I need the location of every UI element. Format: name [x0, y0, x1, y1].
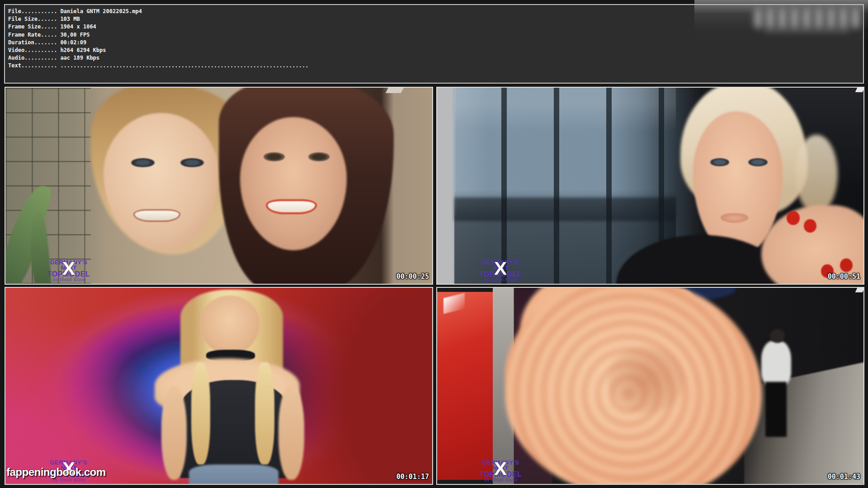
meta-label: Frame Rate.....: [8, 32, 57, 38]
meta-row-duration: Duration.......00:02:09: [8, 39, 863, 47]
channel-logo-fragment: [398, 288, 412, 293]
video-thumbnail-2: GERMANY'S NEXT TOPMODEL by Heidi Klum X …: [436, 87, 864, 285]
smile: [133, 209, 180, 222]
eye: [748, 158, 767, 166]
hair-strand: [191, 362, 210, 465]
meta-label: Audio..........: [8, 55, 57, 61]
meta-row-frame-size: Frame Size.....1904 x 1064: [8, 23, 863, 31]
file-info-panel: File...........Daniela GNTM 20022025.mp4…: [4, 4, 864, 84]
video-thumbnail-3: GERMANY'S NEXT TOPMODEL by Heidi Klum X …: [5, 287, 433, 485]
eye: [264, 152, 285, 161]
meta-row-text: Text....................................…: [8, 62, 863, 70]
gntm-logo-crossed: GERMANY'S NEXT TOPMODEL by Heidi Klum X: [472, 259, 528, 282]
meta-value: 00:02:09: [57, 39, 86, 46]
channel-logo-fragment: [386, 88, 404, 93]
meta-label: File Size......: [8, 16, 57, 22]
gntm-logo-crossed: GERMANY'S NEXT TOPMODEL by Heidi Klum X: [41, 259, 97, 282]
meta-value: h264 6294 Kbps: [57, 47, 106, 53]
eye: [710, 158, 729, 166]
meta-row-frame-rate: Frame Rate.....30,00 FPS: [8, 31, 863, 39]
x-cross-mark: X: [494, 260, 507, 278]
red-nail: [787, 211, 799, 225]
crew-person-head: [770, 329, 785, 343]
meta-value: 1904 x 1064: [57, 23, 96, 30]
arm-skin: [161, 386, 187, 480]
meta-label: Video..........: [8, 47, 57, 53]
meta-value: aac 189 Kbps: [57, 55, 99, 61]
x-cross-mark: X: [62, 260, 75, 278]
x-cross-mark: X: [494, 460, 507, 478]
timestamp: 00:01:43: [828, 473, 860, 481]
ponytail-wisp: [795, 135, 838, 213]
red-wall-panel: [437, 292, 493, 480]
arm-skin: [278, 386, 304, 480]
crew-person-legs: [765, 382, 787, 437]
meta-value: Daniela GNTM 20022025.mp4: [57, 8, 142, 14]
video-thumbnail-1: GERMANY'S NEXT TOPMODEL by Heidi Klum X …: [5, 87, 433, 285]
gntm-logo-crossed: GERMANY'S NEXT TOPMODEL by Heidi Klum X: [472, 460, 528, 482]
meta-label: Text...........: [8, 62, 57, 69]
model-face: [200, 296, 259, 354]
hair-strand: [255, 362, 274, 465]
meta-value: 103 MB: [57, 16, 80, 22]
video-thumbnail-4: GERMANY'S NEXT TOPMODEL by Heidi Klum X …: [436, 287, 864, 485]
meta-row-video: Video..........h264 6294 Kbps: [8, 47, 863, 54]
file-info-rows: File...........Daniela GNTM 20022025.mp4…: [5, 5, 863, 70]
timestamp: 00:00:25: [396, 272, 429, 281]
red-lips-smile: [266, 199, 317, 214]
timestamp: 00:01:17: [396, 473, 429, 481]
ruffle-shadow-fold: [608, 347, 684, 413]
site-watermark: fappeningbook.com: [6, 466, 106, 479]
timestamp: 00:00:51: [828, 272, 860, 281]
eye: [180, 158, 204, 167]
meta-value: ........................................…: [57, 62, 308, 69]
window-sill-shadow: [454, 197, 676, 221]
meta-label: Duration.......: [8, 39, 57, 46]
meta-row-file: File...........Daniela GNTM 20022025.mp4: [8, 8, 863, 15]
meta-label: Frame Size.....: [8, 23, 57, 30]
jeans: [189, 465, 278, 485]
contact-sheet: { "header": { "rows": [ {"label": "File.…: [0, 0, 868, 488]
eye: [308, 152, 330, 161]
meta-label: File...........: [8, 8, 57, 14]
meta-row-file-size: File Size......103 MB: [8, 15, 863, 23]
eye: [131, 158, 155, 167]
meta-value: 30,00 FPS: [57, 32, 90, 38]
crew-person-shirt: [761, 341, 791, 386]
meta-row-audio: Audio..........aac 189 Kbps: [8, 54, 863, 62]
